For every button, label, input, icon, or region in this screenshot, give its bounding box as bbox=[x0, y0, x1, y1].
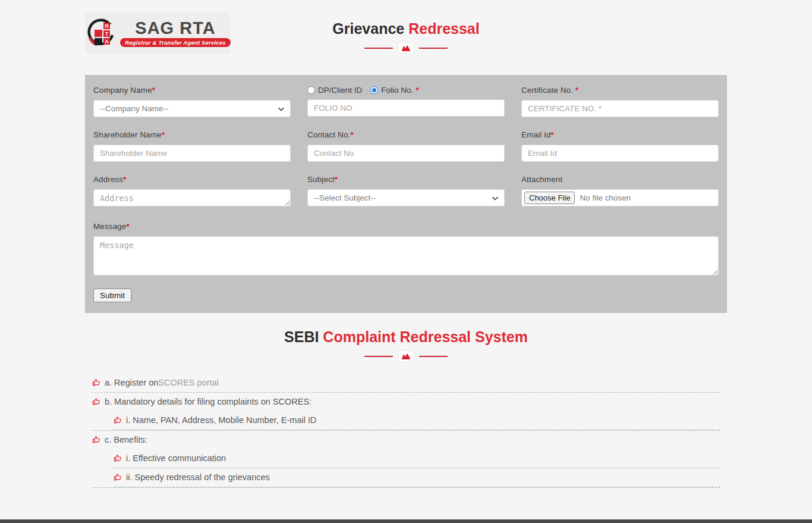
sebi-title-black: SEBI bbox=[284, 328, 319, 345]
contact-input[interactable] bbox=[307, 145, 505, 162]
page-title-black: Grievance bbox=[332, 20, 404, 37]
address-label: Address* bbox=[93, 175, 291, 184]
choose-file-button[interactable]: Choose File bbox=[524, 192, 575, 204]
sebi-title: SEBI Complaint Redressal System bbox=[0, 328, 812, 346]
folio-radio-label: Folio No.* bbox=[381, 86, 418, 95]
address-input[interactable] bbox=[93, 189, 291, 206]
logo-mark-icon: R T A bbox=[85, 18, 116, 49]
email-label: Email Id* bbox=[521, 130, 719, 139]
message-label: Message* bbox=[93, 222, 719, 231]
chevron-down-icon bbox=[492, 196, 499, 201]
attachment-file-input[interactable]: Choose File No file chosen bbox=[521, 189, 719, 206]
svg-text:T: T bbox=[105, 31, 109, 37]
sub-list-item: i. Name, PAN, Address, Mobile Number, E-… bbox=[114, 411, 720, 430]
attachment-label: Attachment bbox=[521, 175, 719, 184]
thumbs-up-icon bbox=[92, 436, 100, 444]
certificate-field: Certificate No.* bbox=[521, 86, 719, 117]
certificate-input[interactable] bbox=[521, 100, 719, 117]
dp-client-radio-label: DP/Client ID bbox=[318, 86, 362, 95]
list-item-text: c. Benefits: bbox=[105, 435, 147, 444]
footer-strip bbox=[0, 519, 812, 523]
dp-client-radio[interactable]: DP/Client ID bbox=[307, 86, 362, 95]
company-label: Company Name* bbox=[93, 86, 291, 95]
subject-field: Subject* --Select Subject-- bbox=[307, 175, 505, 209]
file-status-text: No file chosen bbox=[580, 193, 631, 202]
thumbs-up-icon bbox=[92, 378, 100, 387]
required-asterisk: * bbox=[162, 130, 165, 139]
contact-field: Contact No.* bbox=[307, 130, 505, 162]
brand-name: SAG RTA bbox=[135, 20, 215, 37]
sebi-title-red: Complaint Redressal System bbox=[323, 328, 528, 345]
list-item-row: ii. Speedy redressal of the grievances bbox=[114, 468, 720, 487]
divider-line bbox=[419, 356, 448, 357]
required-asterisk: * bbox=[416, 86, 418, 95]
id-type-radio-group: DP/Client ID Folio No.* bbox=[307, 86, 505, 94]
required-asterisk: * bbox=[575, 86, 578, 95]
chart-icon bbox=[399, 43, 413, 53]
list-item-text: a. Register on bbox=[105, 378, 158, 387]
sebi-divider bbox=[0, 351, 812, 361]
address-field: Address* bbox=[93, 175, 291, 209]
chevron-down-icon bbox=[278, 107, 285, 111]
list-item-row: i. Effective communication bbox=[114, 449, 720, 468]
subject-select-value: --Select Subject-- bbox=[314, 193, 376, 202]
list-item-text: i. Name, PAN, Address, Mobile Number, E-… bbox=[126, 415, 316, 425]
message-field: Message* bbox=[93, 222, 719, 278]
shareholder-label: Shareholder Name* bbox=[93, 130, 291, 139]
scores-portal-link[interactable]: SCORES portal bbox=[158, 378, 219, 387]
company-select[interactable]: --Company Name-- bbox=[93, 100, 291, 117]
list-item-row: c. Benefits: bbox=[92, 431, 720, 449]
company-field: Company Name* --Company Name-- bbox=[93, 86, 291, 117]
header: R T A SAG RTA Registrar & Transfer Agent… bbox=[0, 0, 812, 75]
folio-input[interactable] bbox=[307, 99, 505, 117]
list-item: c. Benefits: i. Effective communication bbox=[92, 431, 720, 488]
list-item-text: ii. Speedy redressal of the grievances bbox=[126, 472, 270, 482]
email-input[interactable] bbox=[521, 145, 719, 162]
folio-field: DP/Client ID Folio No.* bbox=[307, 86, 505, 117]
list-item: a. Register on SCORES portal bbox=[92, 374, 720, 393]
thumbs-up-icon bbox=[114, 416, 122, 424]
contact-label: Contact No.* bbox=[307, 130, 505, 139]
thumbs-up-icon bbox=[114, 473, 122, 481]
list-item-row: b. Mandatory details for filing complain… bbox=[92, 393, 720, 411]
required-asterisk: * bbox=[350, 130, 353, 139]
folio-radio[interactable]: Folio No.* bbox=[370, 86, 418, 95]
list-item-text: i. Effective communication bbox=[126, 453, 226, 463]
required-asterisk: * bbox=[335, 175, 338, 184]
divider-line bbox=[364, 356, 393, 357]
company-select-value: --Company Name-- bbox=[100, 104, 169, 113]
radio-checked-icon[interactable] bbox=[370, 86, 378, 94]
subject-label: Subject* bbox=[307, 175, 505, 184]
shareholder-input[interactable] bbox=[93, 145, 291, 162]
page: R T A SAG RTA Registrar & Transfer Agent… bbox=[0, 0, 812, 523]
thumbs-up-icon bbox=[92, 397, 100, 406]
list-item-text: b. Mandatory details for filing complain… bbox=[105, 397, 311, 406]
radio-unchecked-icon[interactable] bbox=[307, 86, 315, 94]
email-field: Email Id* bbox=[521, 130, 719, 162]
message-input[interactable] bbox=[93, 236, 719, 275]
page-title-red: Redressal bbox=[408, 20, 480, 37]
sub-list: i. Effective communication ii. Speedy re… bbox=[114, 449, 720, 487]
logo-text: SAG RTA Registrar & Transfer Agent Servi… bbox=[120, 20, 231, 47]
sub-list-item: i. Effective communication bbox=[114, 449, 720, 468]
svg-text:A: A bbox=[105, 39, 109, 45]
attachment-field: Attachment Choose File No file chosen bbox=[521, 175, 719, 209]
required-asterisk: * bbox=[126, 222, 129, 231]
sub-list-item: ii. Speedy redressal of the grievances bbox=[114, 468, 720, 487]
brand-tagline: Registrar & Transfer Agent Services bbox=[120, 38, 231, 47]
shareholder-field: Shareholder Name* bbox=[93, 130, 291, 162]
submit-button[interactable]: Submit bbox=[93, 289, 131, 302]
required-asterisk: * bbox=[152, 86, 155, 95]
list-item: b. Mandatory details for filing complain… bbox=[92, 393, 720, 431]
divider-line bbox=[364, 48, 393, 49]
chart-icon bbox=[399, 351, 413, 361]
sub-list: i. Name, PAN, Address, Mobile Number, E-… bbox=[114, 411, 720, 430]
required-asterisk: * bbox=[123, 175, 126, 184]
list-item-row: i. Name, PAN, Address, Mobile Number, E-… bbox=[114, 411, 720, 430]
subject-select[interactable]: --Select Subject-- bbox=[307, 189, 505, 206]
required-asterisk: * bbox=[551, 130, 554, 139]
sebi-list: a. Register on SCORES portal b. Mandator… bbox=[85, 374, 727, 488]
svg-text:R: R bbox=[105, 23, 109, 29]
divider-line bbox=[419, 48, 448, 49]
logo[interactable]: R T A SAG RTA Registrar & Transfer Agent… bbox=[85, 12, 231, 54]
